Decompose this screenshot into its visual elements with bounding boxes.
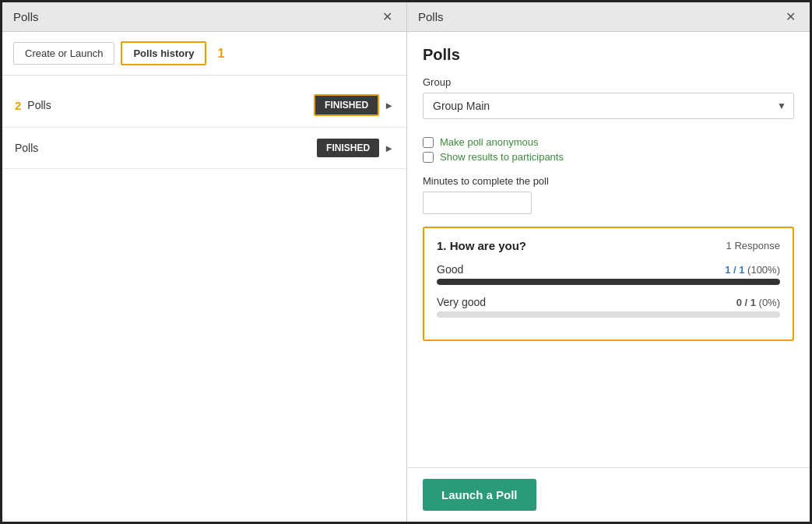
poll-row: Polls FINISHED ► xyxy=(2,128,406,169)
progress-bar-bg xyxy=(437,311,780,318)
poll-row-right: FINISHED ► xyxy=(314,94,394,116)
results-checkbox[interactable] xyxy=(423,152,434,163)
answer-label: Very good xyxy=(437,296,486,308)
group-section: Group Group Main ▼ xyxy=(423,76,794,127)
poll-row: 2 Polls FINISHED ► xyxy=(2,83,406,128)
right-panel-content: Polls Group Group Main ▼ Make poll anony… xyxy=(407,32,810,467)
poll-row-arrow-button[interactable]: ► xyxy=(384,142,394,154)
poll-question-text: 1. How are you? xyxy=(437,239,526,252)
poll-question-row: 1. How are you? 1 Response xyxy=(437,239,780,252)
poll-label: 2 xyxy=(15,99,21,112)
progress-bar-bg xyxy=(437,279,780,285)
left-panel-title: Polls xyxy=(13,10,39,23)
answer-top: Good 1 / 1 (100%) xyxy=(437,263,780,276)
progress-bar-fill xyxy=(437,279,780,285)
answer-stat-highlight: 0 / 1 xyxy=(736,297,756,308)
answer-stat: 0 / 1 (0%) xyxy=(736,297,780,308)
results-label: Show results to participants xyxy=(440,151,564,163)
results-checkbox-row: Show results to participants xyxy=(423,151,794,163)
anonymous-label: Make poll anonymous xyxy=(440,136,538,148)
answer-stat-extra: (0%) xyxy=(759,297,780,308)
poll-results-card: 1. How are you? 1 Response Good 1 / 1 (1… xyxy=(423,227,794,341)
answer-stat-highlight: 1 / 1 xyxy=(725,264,744,276)
bottom-bar: Launch a Poll xyxy=(407,467,810,522)
right-panel: Polls ✕ Polls Group Group Main ▼ xyxy=(407,2,810,522)
poll-status-badge: FINISHED xyxy=(314,94,379,116)
left-panel-close-button[interactable]: ✕ xyxy=(379,11,395,23)
minutes-label: Minutes to complete the poll xyxy=(423,175,794,187)
answer-row: Good 1 / 1 (100%) xyxy=(437,263,780,285)
polls-section-title: Polls xyxy=(423,46,794,64)
poll-row-arrow-button[interactable]: ► xyxy=(384,100,394,111)
panels-wrapper: Polls ✕ Create or Launch Polls history 1… xyxy=(2,2,810,522)
poll-row-label: Polls xyxy=(27,99,314,111)
left-panel: Polls ✕ Create or Launch Polls history 1… xyxy=(2,2,407,522)
poll-status-badge: FINISHED xyxy=(317,139,379,157)
minutes-section: Minutes to complete the poll xyxy=(423,175,794,214)
tab-create-or-launch[interactable]: Create or Launch xyxy=(13,42,114,65)
poll-row-label: Polls xyxy=(15,142,317,154)
minutes-input[interactable] xyxy=(423,192,532,214)
tab-number-badge: 1 xyxy=(217,47,224,61)
launch-poll-button[interactable]: Launch a Poll xyxy=(423,479,536,511)
poll-row-right: FINISHED ► xyxy=(317,139,394,157)
group-label: Group xyxy=(423,76,794,88)
answer-stat: 1 / 1 (100%) xyxy=(725,264,780,276)
group-select[interactable]: Group Main xyxy=(423,93,794,119)
answer-stat-extra: (100%) xyxy=(747,264,780,276)
answer-top: Very good 0 / 1 (0%) xyxy=(437,296,780,308)
response-count: 1 Response xyxy=(726,240,780,251)
checkboxes-section: Make poll anonymous Show results to part… xyxy=(423,136,794,166)
anonymous-checkbox[interactable] xyxy=(423,137,434,148)
answer-row: Very good 0 / 1 (0%) xyxy=(437,296,780,318)
left-panel-header: Polls ✕ xyxy=(2,2,406,32)
answer-label: Good xyxy=(437,263,463,276)
polls-list: 2 Polls FINISHED ► Polls FINISHED ► xyxy=(2,76,406,522)
right-panel-header: Polls ✕ xyxy=(407,2,810,32)
group-select-wrapper: Group Main ▼ xyxy=(423,93,794,119)
tab-polls-history[interactable]: Polls history xyxy=(121,41,206,65)
anonymous-checkbox-row: Make poll anonymous xyxy=(423,136,794,148)
tab-bar: Create or Launch Polls history 1 xyxy=(2,32,406,76)
right-panel-title: Polls xyxy=(418,10,444,23)
app-container: Polls ✕ Create or Launch Polls history 1… xyxy=(0,0,812,524)
right-panel-close-button[interactable]: ✕ xyxy=(782,11,799,23)
